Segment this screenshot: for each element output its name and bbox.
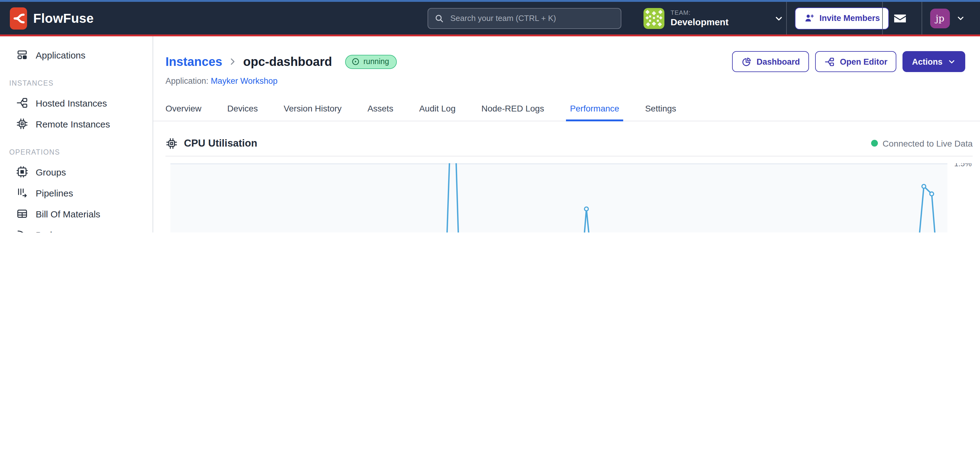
- sidebar-item-label: Groups: [36, 166, 66, 177]
- cpu-chip-icon: [165, 137, 178, 149]
- tab-devices[interactable]: Devices: [224, 98, 262, 121]
- search-input[interactable]: [449, 13, 614, 23]
- svg-text:1.5%: 1.5%: [954, 163, 972, 168]
- main-content: Instances opc-dashboard running: [153, 36, 980, 232]
- sidebar: ApplicationsINSTANCESHosted InstancesRem…: [0, 36, 153, 232]
- tab-version-history[interactable]: Version History: [280, 98, 345, 121]
- live-status-dot-icon: [871, 140, 878, 147]
- navbar-divider: [882, 2, 883, 35]
- brokers-icon: [16, 229, 28, 232]
- sidebar-item-label: Bill Of Materials: [36, 208, 100, 219]
- brand-name: FlowFuse: [33, 11, 94, 26]
- panel-title: CPU Utilisation: [184, 137, 257, 149]
- user-avatar: jp: [930, 8, 950, 28]
- flowfuse-logo-icon: [10, 7, 27, 29]
- sidebar-item-applications[interactable]: Applications: [0, 44, 153, 65]
- hosted-instances-icon: [16, 97, 28, 109]
- pipelines-icon: [16, 187, 28, 199]
- action-buttons: Dashboard Open Editor Actions: [732, 51, 965, 72]
- live-status-label: Connected to Live Data: [883, 138, 973, 148]
- application-line: Application: Mayker Workshop: [153, 72, 980, 86]
- data-point: [584, 207, 588, 210]
- sidebar-item-label: Pipelines: [36, 187, 73, 198]
- user-menu[interactable]: jp: [930, 8, 965, 28]
- actions-button[interactable]: Actions: [903, 51, 965, 72]
- sidebar-section-header: INSTANCES: [0, 80, 153, 87]
- page-title: opc-dashboard: [243, 54, 332, 69]
- chevron-down-icon: [774, 13, 784, 23]
- data-point: [922, 184, 926, 188]
- sidebar-section-header: OPERATIONS: [0, 149, 153, 156]
- sidebar-item-pipelines[interactable]: Pipelines: [0, 182, 153, 203]
- breadcrumb-instances-link[interactable]: Instances: [165, 54, 223, 69]
- app-window: FlowFuse: [0, 0, 980, 232]
- application-link[interactable]: Mayker Workshop: [211, 77, 277, 86]
- chevron-right-icon: [228, 57, 238, 67]
- data-point: [930, 192, 934, 195]
- tab-overview[interactable]: Overview: [162, 98, 205, 121]
- tab-performance[interactable]: Performance: [566, 98, 623, 121]
- team-search[interactable]: [428, 8, 621, 29]
- flowfuse-logo[interactable]: FlowFuse: [10, 7, 94, 29]
- chevron-down-icon: [956, 14, 965, 23]
- cpu-panel-header: CPU Utilisation Connected to Live Data: [165, 137, 973, 156]
- tab-node-red-logs[interactable]: Node-RED Logs: [478, 98, 548, 121]
- status-badge: running: [345, 54, 397, 69]
- top-navbar: FlowFuse: [0, 0, 980, 36]
- team-selector[interactable]: TEAM: Development: [643, 0, 784, 36]
- navbar-divider: [786, 2, 787, 35]
- sidebar-item-remote-instances[interactable]: Remote Instances: [0, 113, 153, 134]
- envelope-icon: [892, 11, 907, 26]
- sidebar-item-label: Remote Instances: [36, 118, 110, 129]
- team-name: Development: [671, 16, 768, 27]
- applications-icon: [16, 49, 28, 61]
- tab-assets[interactable]: Assets: [364, 98, 397, 121]
- pie-chart-icon: [741, 56, 751, 67]
- sidebar-item-label: Hosted Instances: [36, 97, 107, 108]
- tab-audit-log[interactable]: Audit Log: [415, 98, 459, 121]
- breadcrumb: Instances opc-dashboard running: [165, 54, 397, 69]
- invite-members-button[interactable]: Invite Members: [795, 7, 889, 29]
- groups-icon: [16, 166, 28, 178]
- user-plus-icon: [804, 13, 815, 23]
- live-status: Connected to Live Data: [871, 138, 973, 148]
- sidebar-item-brokers[interactable]: Brokers: [0, 224, 153, 232]
- open-editor-button[interactable]: Open Editor: [815, 51, 897, 72]
- cpu-utilisation-chart[interactable]: 0%0.5%1%1.5%2%2.5%11:50:1111:51:0111:51:…: [170, 163, 973, 232]
- sidebar-item-label: Applications: [36, 50, 86, 60]
- tab-settings[interactable]: Settings: [641, 98, 680, 121]
- chevron-down-icon: [947, 57, 956, 66]
- search-icon: [434, 13, 444, 23]
- invite-members-label: Invite Members: [819, 14, 880, 23]
- navbar-divider: [921, 2, 922, 35]
- node-editor-icon: [824, 56, 835, 67]
- sidebar-item-groups[interactable]: Groups: [0, 161, 153, 182]
- team-meta: TEAM: Development: [671, 9, 768, 27]
- notifications-button[interactable]: [891, 11, 909, 26]
- sidebar-item-label: Brokers: [36, 229, 67, 232]
- remote-instances-icon: [16, 118, 28, 130]
- team-avatar: [643, 8, 664, 29]
- sidebar-item-bill-of-materials[interactable]: Bill Of Materials: [0, 203, 153, 224]
- play-circle-icon: [351, 57, 360, 66]
- tab-bar: OverviewDevicesVersion HistoryAssetsAudi…: [153, 98, 980, 121]
- sidebar-item-hosted-instances[interactable]: Hosted Instances: [0, 93, 153, 113]
- team-label: TEAM:: [671, 9, 768, 16]
- bill-of-materials-icon: [16, 208, 28, 220]
- dashboard-button[interactable]: Dashboard: [732, 51, 809, 72]
